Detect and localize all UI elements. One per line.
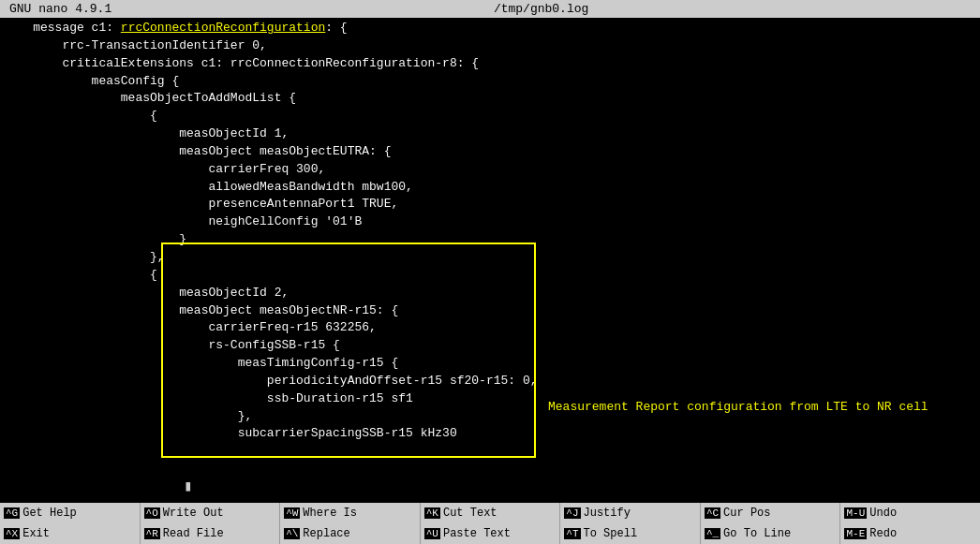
code-line: periodicityAndOffset-r15 sf20-r15: 0, [0, 373, 980, 390]
code-line: rrc-TransactionIdentifier 0, [0, 37, 980, 55]
shortcut-label: Undo [869, 507, 897, 520]
shortcut-label: Where Is [303, 507, 357, 520]
shortcut-label: Go To Line [723, 527, 791, 540]
shortcut-key: ^G [4, 507, 20, 519]
code-line: measObjectId 2, [0, 285, 980, 302]
shortcut-row-2: ^XExit^RRead File^\Replace^UPaste Text^T… [0, 523, 980, 544]
code-line: }, [0, 249, 980, 267]
shortcut-label: Paste Text [443, 527, 511, 540]
title-bar: GNU nano 4.9.1 /tmp/gnb0.log [0, 0, 980, 18]
code-line: allowedMeasBandwidth mbw100, [0, 179, 980, 197]
shortcut-item-row1-5[interactable]: ^CCur Pos [701, 503, 841, 523]
shortcut-item-row2-3[interactable]: ^UPaste Text [421, 523, 561, 544]
shortcut-item-row1-0[interactable]: ^GGet Help [0, 503, 141, 523]
shortcut-key: ^U [424, 528, 440, 539]
code-line: presenceAntennaPort1 TRUE, [0, 196, 980, 213]
shortcut-item-row2-0[interactable]: ^XExit [0, 523, 141, 544]
code-line: measObject measObjectNR-r15: { [0, 302, 980, 320]
shortcut-key: M-E [844, 528, 867, 539]
app-name: GNU nano 4.9.1 [9, 2, 111, 16]
shortcut-item-row2-6[interactable]: M-ERedo [840, 523, 980, 544]
shortcut-label: To Spell [584, 527, 638, 540]
code-line: measTimingConfig-r15 { [0, 355, 980, 373]
shortcut-key: ^\ [284, 528, 300, 539]
code-line: neighCellConfig '01'B [0, 213, 980, 231]
shortcut-label: Redo [869, 527, 897, 540]
shortcut-item-row2-2[interactable]: ^\Replace [280, 523, 421, 544]
annotation-text: Measurement Report configuration from LT… [548, 400, 928, 414]
code-line: measConfig { [0, 73, 980, 91]
shortcut-label: Replace [303, 527, 349, 540]
code-line: subcarrierSpacingSSB-r15 kHz30 [0, 425, 980, 443]
shortcut-label: Cur Pos [723, 507, 770, 520]
shortcut-item-row2-5[interactable]: ^_Go To Line [701, 523, 841, 544]
bottom-bar: ^GGet Help^OWrite Out^WWhere Is^KCut Tex… [0, 503, 980, 544]
file-path: /tmp/gnb0.log [494, 2, 588, 16]
shortcut-item-row1-1[interactable]: ^OWrite Out [141, 503, 281, 523]
code-line: { [0, 267, 980, 285]
shortcut-key: M-U [844, 507, 867, 519]
shortcut-item-row1-4[interactable]: ^JJustify [560, 503, 701, 523]
cursor: ▮ [184, 477, 193, 495]
code-line: measObjectToAddModList { [0, 90, 980, 108]
code-line: measObject measObjectEUTRA: { [0, 143, 980, 161]
code-line: criticalExtensions c1: rrcConnectionReco… [0, 55, 980, 73]
code-line: } [0, 231, 980, 249]
code-line: carrierFreq 300, [0, 161, 980, 179]
shortcut-key: ^J [564, 507, 580, 519]
shortcut-item-row2-1[interactable]: ^RRead File [141, 523, 281, 544]
shortcut-key: ^T [564, 528, 580, 539]
code-line: measObjectId 1, [0, 125, 980, 143]
shortcut-key: ^_ [705, 528, 720, 539]
shortcut-key: ^X [4, 528, 20, 539]
code-container: message c1: rrcConnectionReconfiguration… [0, 20, 980, 443]
code-line: carrierFreq-r15 632256, [0, 319, 980, 337]
shortcut-label: Cut Text [443, 507, 497, 520]
shortcut-key: ^W [284, 507, 300, 519]
shortcut-item-row2-4[interactable]: ^TTo Spell [560, 523, 701, 544]
shortcut-item-row1-3[interactable]: ^KCut Text [421, 503, 561, 523]
shortcut-label: Justify [584, 507, 631, 520]
shortcut-key: ^K [424, 507, 440, 519]
editor-area[interactable]: message c1: rrcConnectionReconfiguration… [0, 18, 980, 503]
shortcut-item-row1-6[interactable]: M-UUndo [840, 503, 980, 523]
shortcut-label: Read File [163, 527, 224, 540]
shortcut-label: Get Help [22, 507, 77, 520]
shortcut-key: ^R [144, 528, 160, 539]
shortcut-key: ^C [705, 507, 720, 519]
shortcut-key: ^O [144, 507, 160, 519]
code-line: rs-ConfigSSB-r15 { [0, 337, 980, 355]
shortcut-label: Write Out [163, 507, 224, 520]
code-line: { [0, 108, 980, 125]
code-line: message c1: rrcConnectionReconfiguration… [0, 20, 980, 37]
shortcut-row-1: ^GGet Help^OWrite Out^WWhere Is^KCut Tex… [0, 503, 980, 523]
shortcut-item-row1-2[interactable]: ^WWhere Is [280, 503, 421, 523]
shortcut-label: Exit [22, 527, 50, 540]
